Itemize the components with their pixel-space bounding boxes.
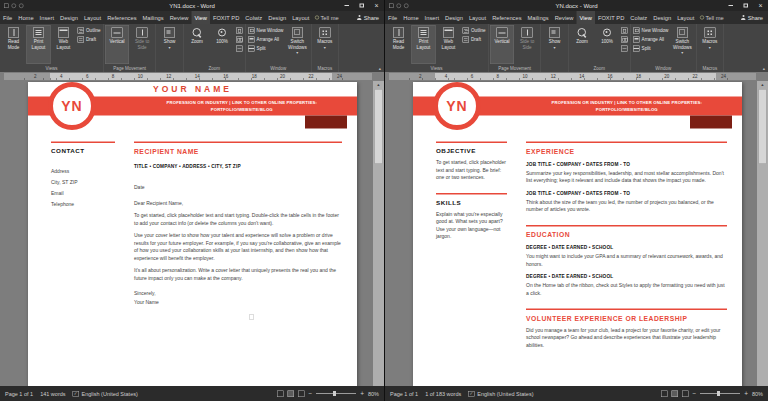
experience-item-title[interactable]: JOB TITLE • COMPANY • DATES FROM - TO <box>526 161 727 167</box>
zoom-in-button[interactable]: + <box>360 390 364 397</box>
tab-table-design[interactable]: Design <box>650 11 674 24</box>
tab-layout[interactable]: Layout <box>466 11 489 24</box>
tab-review[interactable]: Review <box>552 11 577 24</box>
education-item-title[interactable]: DEGREE • DATE EARNED • SCHOOL <box>526 274 727 280</box>
letter-paragraph[interactable]: To get started, click placeholder text a… <box>134 212 342 227</box>
new-window-button[interactable]: New Window <box>633 28 668 34</box>
experience-heading[interactable]: EXPERIENCE <box>526 148 727 156</box>
education-heading[interactable]: EDUCATION <box>526 231 727 239</box>
web-layout-view-icon[interactable] <box>682 390 689 397</box>
letter-date[interactable]: Date <box>134 184 342 192</box>
maximize-button[interactable] <box>738 0 753 11</box>
outline-button[interactable]: Outline <box>78 28 101 34</box>
zoom-100-button[interactable]: 100% <box>210 25 234 64</box>
draft-button[interactable]: Draft <box>78 37 101 43</box>
tab-references[interactable]: References <box>489 11 524 24</box>
tab-insert[interactable]: Insert <box>37 11 57 24</box>
side-to-side-button[interactable]: Side to Side <box>130 25 154 64</box>
document-page[interactable]: YN PROFESSION OR INDUSTRY | LINK TO OTHE… <box>413 82 742 386</box>
arrange-all-button[interactable]: Arrange All <box>633 37 668 43</box>
document-area[interactable]: YN PROFESSION OR INDUSTRY | LINK TO OTHE… <box>385 81 768 386</box>
document-page[interactable]: YOUR NAME YN PROFESSION OR INDUSTRY | LI… <box>28 82 357 386</box>
doc-banner-text[interactable]: PROFESSION OR INDUSTRY | LINK TO OTHER O… <box>521 97 734 116</box>
split-button[interactable]: Split <box>248 46 283 52</box>
tab-colwiz[interactable]: Colwiz <box>242 11 265 24</box>
doc-logo-monogram[interactable]: YN <box>433 82 481 130</box>
zoom-slider[interactable] <box>316 393 356 394</box>
share-button[interactable]: Share <box>352 11 384 24</box>
letter-salutation[interactable]: Dear Recipient Name, <box>134 199 342 207</box>
page-width-icon[interactable] <box>621 46 628 52</box>
one-page-icon[interactable] <box>236 28 243 34</box>
tell-me-box[interactable]: Tell me <box>312 11 341 24</box>
experience-item-text[interactable]: Summarize your key responsibilities, lea… <box>526 169 727 184</box>
read-mode-view-icon[interactable] <box>661 390 668 397</box>
collapse-ribbon-icon[interactable]: ▴ <box>379 66 381 71</box>
zoom-slider-thumb[interactable] <box>717 391 720 396</box>
show-button[interactable]: Show▾ <box>543 25 567 64</box>
skills-text[interactable]: Explain what you're especially good at. … <box>436 210 507 240</box>
education-item-text[interactable]: On the Home tab of the ribbon, check out… <box>526 282 727 297</box>
contact-heading[interactable]: CONTACT <box>51 148 115 155</box>
scroll-thumb[interactable] <box>759 89 767 164</box>
page-width-icon[interactable] <box>236 46 243 52</box>
page-indicator[interactable]: Page 1 of 1 <box>5 391 33 397</box>
minimize-button[interactable] <box>723 0 738 11</box>
vertical-button[interactable]: Vertical <box>490 25 514 64</box>
save-icon[interactable] <box>4 3 9 8</box>
close-button[interactable]: × <box>753 0 768 11</box>
print-layout-view-icon[interactable] <box>671 390 678 397</box>
zoom-percentage[interactable]: 80% <box>368 391 379 397</box>
one-page-icon[interactable] <box>621 28 628 34</box>
split-button[interactable]: Split <box>633 46 668 52</box>
read-mode-view-icon[interactable] <box>277 390 284 397</box>
letter-signature[interactable]: Your Name <box>134 298 342 306</box>
volunteer-text[interactable]: Did you manage a team for your club, lea… <box>526 326 727 349</box>
ruler[interactable]: 2 4 6 8 10 12 14 16 18 20 22 24 <box>0 72 384 81</box>
arrange-all-button[interactable]: Arrange All <box>248 37 283 43</box>
title-bar[interactable]: YN1.docx - Word × <box>0 0 384 11</box>
tab-table-layout[interactable]: Layout <box>289 11 312 24</box>
zoom-button[interactable]: Zoom <box>185 25 209 64</box>
letter-closing[interactable]: Sincerely, <box>134 290 342 298</box>
contact-address[interactable]: Address <box>51 168 115 176</box>
zoom-100-button[interactable]: 100% <box>595 25 619 64</box>
title-bar[interactable]: YN.docx - Word × <box>385 0 768 11</box>
quick-access-toolbar[interactable] <box>0 3 28 8</box>
print-layout-button[interactable]: Print Layout <box>27 25 51 64</box>
tab-insert[interactable]: Insert <box>422 11 442 24</box>
objective-heading[interactable]: OBJECTIVE <box>436 148 507 155</box>
macros-button[interactable]: Macros▾ <box>698 25 722 64</box>
zoom-in-button[interactable]: + <box>744 390 748 397</box>
tab-mailings[interactable]: Mailings <box>140 11 167 24</box>
education-item-text[interactable]: You might want to include your GPA and a… <box>526 253 727 268</box>
skills-heading[interactable]: SKILLS <box>436 199 507 206</box>
macros-button[interactable]: Macros▾ <box>313 25 337 64</box>
contact-email[interactable]: Email <box>51 190 115 198</box>
print-layout-view-icon[interactable] <box>287 390 294 397</box>
objective-text[interactable]: To get started, click placeholder text a… <box>436 159 507 182</box>
letter-paragraph[interactable]: Use your cover letter to show how your t… <box>134 232 342 262</box>
vertical-scrollbar[interactable]: ▴ <box>757 81 768 386</box>
vertical-button[interactable]: Vertical <box>105 25 129 64</box>
doc-logo-monogram[interactable]: YN <box>48 82 96 130</box>
quick-access-toolbar[interactable] <box>385 3 413 8</box>
read-mode-button[interactable]: Read Mode <box>387 25 411 64</box>
close-button[interactable]: × <box>369 0 384 11</box>
tab-references[interactable]: References <box>104 11 139 24</box>
tab-design[interactable]: Design <box>57 11 81 24</box>
tab-view[interactable]: View <box>192 11 210 24</box>
experience-item-title[interactable]: JOB TITLE • COMPANY • DATES FROM - TO <box>526 190 727 196</box>
scroll-thumb[interactable] <box>375 89 383 164</box>
document-area[interactable]: YOUR NAME YN PROFESSION OR INDUSTRY | LI… <box>0 81 384 386</box>
new-window-button[interactable]: New Window <box>248 28 283 34</box>
contact-list[interactable]: Address City, ST ZIP Email Telephone <box>51 168 115 209</box>
experience-item-text[interactable]: Think about the size of the team you led… <box>526 198 727 213</box>
vertical-scrollbar[interactable]: ▴ <box>373 81 384 386</box>
ruler[interactable]: 2 4 6 8 10 12 14 16 18 20 22 24 <box>385 72 768 81</box>
switch-windows-button[interactable]: Switch Windows▾ <box>285 25 309 64</box>
outline-button[interactable]: Outline <box>463 28 486 34</box>
doc-banner[interactable]: YN PROFESSION OR INDUSTRY | LINK TO OTHE… <box>28 97 357 116</box>
tell-me-box[interactable]: Tell me <box>697 11 726 24</box>
scroll-up-icon[interactable]: ▴ <box>377 81 379 88</box>
